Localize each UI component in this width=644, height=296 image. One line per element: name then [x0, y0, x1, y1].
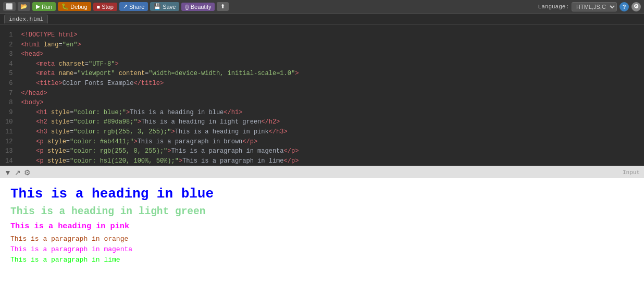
language-label: Language: [538, 4, 569, 10]
code-area[interactable]: <!DOCTYPE html> <html lang="en"> <head> … [16, 25, 644, 166]
preview-label: Input [623, 169, 640, 176]
code-editor: 12345 678910 1112131415 16 <!DOCTYPE htm… [0, 25, 644, 166]
file-tab-item[interactable]: index.html [4, 15, 48, 23]
preview-bar: ▼ ↗ ⚙ Input [0, 166, 644, 178]
save-icon: 💾 [154, 3, 161, 10]
stop-icon: ■ [97, 4, 101, 10]
run-button[interactable]: ▶ Run [32, 2, 56, 11]
preview-p3: This is a paragraph in lime [10, 256, 634, 264]
new-button[interactable]: ⬜ [3, 2, 16, 11]
preview-output: This is a heading in blue This is a head… [0, 178, 644, 296]
preview-expand-button[interactable]: ↗ [15, 168, 21, 177]
preview-controls: ▼ ↗ ⚙ [4, 168, 31, 177]
language-select[interactable]: HTML,JS,C JavaScript CSS Python [572, 2, 617, 11]
stop-label: Stop [102, 4, 114, 10]
share-label: Share [129, 4, 144, 10]
debug-button[interactable]: 🐛 Debug [58, 2, 91, 11]
line-numbers: 12345 678910 1112131415 16 [0, 25, 16, 166]
preview-settings-button[interactable]: ⚙ [24, 168, 31, 177]
toolbar: ⬜ 📂 ▶ Run 🐛 Debug ■ Stop ↗ Share 💾 Save … [0, 0, 644, 14]
save-label: Save [163, 4, 176, 10]
preview-h1: This is a heading in blue [10, 186, 634, 202]
settings-button[interactable]: ⚙ [631, 2, 641, 11]
deploy-button[interactable]: ⬆ [217, 2, 229, 11]
debug-label: Debug [70, 4, 87, 10]
language-area: Language: HTML,JS,C JavaScript CSS Pytho… [538, 2, 641, 11]
preview-h3: This is a heading in pink [10, 221, 634, 231]
debug-icon: 🐛 [61, 3, 69, 10]
save-button[interactable]: 💾 Save [150, 2, 179, 11]
preview-p2: This is a paragraph in magenta [10, 245, 634, 253]
run-label: Run [42, 4, 52, 10]
share-icon: ↗ [123, 3, 128, 10]
file-tab-bar: index.html [0, 14, 644, 25]
beautify-button[interactable]: {} Beautify [181, 3, 215, 11]
share-button[interactable]: ↗ Share [119, 2, 148, 11]
preview-collapse-button[interactable]: ▼ [4, 168, 11, 177]
beautify-icon: {} [185, 4, 189, 10]
open-button[interactable]: 📂 [18, 2, 30, 11]
run-icon: ▶ [36, 3, 40, 10]
stop-button[interactable]: ■ Stop [93, 3, 117, 11]
preview-p1: This is a paragraph in orange [10, 235, 634, 243]
preview-h2: This is a heading in light green [10, 206, 634, 217]
info-button[interactable]: ? [620, 2, 629, 11]
beautify-label: Beautify [191, 4, 212, 10]
